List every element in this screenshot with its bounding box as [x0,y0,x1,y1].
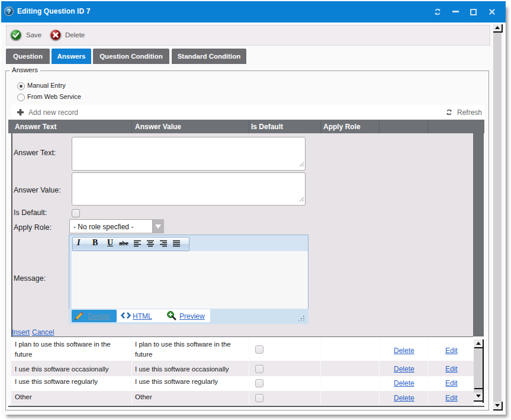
svg-text:?: ? [7,8,11,15]
